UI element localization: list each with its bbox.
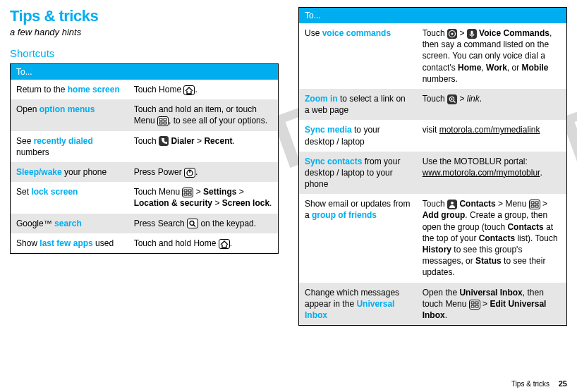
page-number: 25 — [559, 379, 567, 388]
row-action: Touch Dialer > Recent. — [128, 131, 279, 162]
table-row: Sleep/wake your phonePress Power . — [11, 162, 279, 182]
row-task: Change which messages appear in the Univ… — [299, 283, 417, 326]
row-task: Set lock screen — [11, 182, 128, 213]
row-task: Sleep/wake your phone — [11, 162, 128, 182]
table-row: See recently dialed numbersTouch Dialer … — [11, 131, 279, 162]
dial-icon — [159, 136, 169, 146]
menu-icon — [157, 116, 169, 125]
menu-icon — [469, 299, 480, 309]
row-task: Google™ search — [11, 214, 128, 233]
shortcuts-table-left: To... Return to the home screenTouch Hom… — [10, 63, 279, 254]
row-task: Show email or updates from a group of fr… — [299, 194, 417, 282]
svg-rect-23 — [470, 30, 473, 35]
row-task: Open option menus — [11, 99, 128, 130]
table-row: Sync media to your desktop / laptopvisit… — [299, 120, 567, 151]
svg-rect-10 — [183, 188, 193, 197]
table-header: To... — [11, 64, 279, 80]
row-task: Sync contacts from your desktop / laptop… — [299, 152, 417, 195]
row-action: Press Power . — [128, 162, 279, 182]
svg-rect-15 — [188, 219, 198, 228]
table-row: Zoom in to select a link on a web pageTo… — [299, 89, 567, 120]
page-title: Tips & tricks — [10, 7, 279, 25]
row-action: Open the Universal Inbox, then touch Men… — [417, 283, 567, 326]
row-action: Touch Contacts > Menu > Add group. Creat… — [417, 194, 567, 282]
page-subtitle: a few handy hints — [10, 27, 279, 37]
table-row: Google™ searchPress Search on the keypad… — [11, 214, 279, 233]
search-icon — [187, 219, 198, 228]
table-row: Sync contacts from your desktop / laptop… — [299, 152, 567, 195]
zoom-icon — [447, 94, 457, 104]
row-task: Sync media to your desktop / laptop — [299, 120, 417, 151]
table-header: To... — [299, 8, 567, 24]
row-action: Press Search on the keypad. — [128, 214, 279, 233]
row-action: visit motorola.com/mymedialink — [417, 120, 567, 151]
table-row: Show last few apps usedTouch and hold Ho… — [11, 233, 279, 254]
table-row: Open option menusTouch and hold an item,… — [11, 99, 279, 130]
table-row: Set lock screenTouch Menu > Settings > L… — [11, 182, 279, 213]
row-action: Touch and hold an item, or touch Menu , … — [128, 99, 279, 130]
home-icon — [183, 85, 195, 94]
svg-point-30 — [451, 202, 454, 204]
table-row: Change which messages appear in the Univ… — [299, 283, 567, 326]
power-icon — [184, 167, 195, 177]
row-task: Return to the home screen — [11, 80, 128, 99]
contacts-icon — [447, 199, 457, 209]
home-icon — [219, 238, 230, 248]
svg-rect-36 — [469, 300, 480, 309]
row-action: Touch Home . — [128, 80, 279, 99]
menu-icon — [182, 187, 193, 197]
svg-point-21 — [451, 32, 454, 35]
row-action: Touch > Voice Commands, then say a comma… — [417, 23, 567, 89]
menu-icon — [529, 199, 540, 209]
apps-icon — [447, 28, 457, 38]
row-task: See recently dialed numbers — [11, 131, 128, 162]
row-task: Use voice commands — [299, 23, 417, 89]
row-action: Touch > link. — [417, 89, 567, 120]
table-row: Return to the home screenTouch Home . — [11, 80, 279, 99]
table-row: Use voice commandsTouch > Voice Commands… — [299, 23, 567, 89]
left-column: Tips & tricks a few handy hints Shortcut… — [10, 7, 279, 326]
svg-rect-1 — [158, 117, 169, 126]
row-task: Show last few apps used — [11, 233, 128, 254]
row-task: Zoom in to select a link on a web page — [299, 89, 417, 120]
table-row: Show email or updates from a group of fr… — [299, 194, 567, 282]
row-action: Use the MOTOBLUR portal: www.motorola.co… — [417, 152, 567, 195]
shortcuts-table-right: To... Use voice commandsTouch > Voice Co… — [298, 7, 567, 326]
section-heading: Shortcuts — [10, 47, 279, 59]
footer-label: Tips & tricks — [511, 380, 549, 388]
voice-icon — [467, 28, 477, 38]
page-footer: Tips & tricks 25 — [511, 379, 567, 388]
svg-rect-31 — [529, 200, 540, 209]
row-action: Touch and hold Home . — [128, 233, 279, 254]
right-column: To... Use voice commandsTouch > Voice Co… — [298, 7, 567, 326]
row-action: Touch Menu > Settings > Location & secur… — [128, 182, 279, 213]
